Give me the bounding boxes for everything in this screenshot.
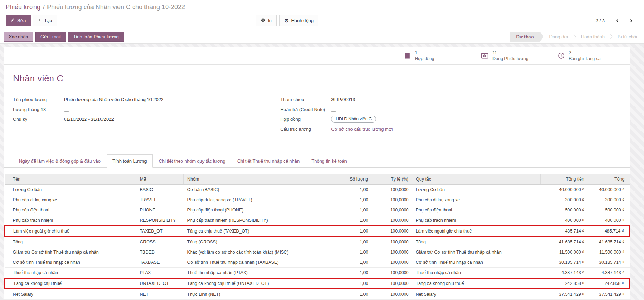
- column-header[interactable]: Tổng: [588, 174, 630, 185]
- table-cell: Tổng (GROSS): [184, 237, 335, 247]
- table-cell: BASIC: [136, 185, 184, 195]
- column-header[interactable]: Quy tắc: [412, 174, 541, 185]
- reference-field: SLIP/00013: [331, 97, 355, 102]
- table-row[interactable]: TổngGROSSTổng (GROSS)1,00100,0000Tổng41.…: [5, 237, 630, 247]
- payslip-lines-stat-button-text: 11Dòng Phiếu lương: [492, 50, 528, 62]
- stat-value: 2: [569, 50, 601, 56]
- salary-structure-field-row: Cấu trúc lươngCơ sở cho cấu trúc lương m…: [280, 124, 620, 134]
- overtime-stat-button[interactable]: 2Bản ghi Tăng ca: [553, 47, 630, 64]
- state-draft[interactable]: Dự thảo: [510, 32, 544, 42]
- salary-structure-field[interactable]: Cơ sở cho cấu trúc lương mới: [331, 126, 393, 132]
- table-cell: 400.000 ₫: [588, 215, 630, 226]
- tab-pit-details[interactable]: Chi tiết Thuế thu nhập cá nhân: [231, 154, 306, 168]
- column-header[interactable]: Nhóm: [184, 174, 335, 185]
- notebook-tabs: Ngày đã làm việc & đóng góp & đầu vàoTín…: [4, 154, 630, 168]
- table-cell: Lương Cơ bản: [412, 185, 541, 195]
- contract-stat-button[interactable]: 1Hợp đồng: [399, 47, 476, 64]
- action-button[interactable]: ⚙ Hành động: [279, 15, 318, 26]
- table-row[interactable]: Net SalaryNETThực Lĩnh (NET)1,00100,0000…: [5, 289, 630, 300]
- table-cell: Cơ sở tính Thuế thu nhập cá nhân (TAXBAS…: [184, 257, 335, 268]
- column-header[interactable]: Tổng tiền: [541, 174, 588, 185]
- tab-accounting[interactable]: Thông tin kế toán: [305, 154, 353, 168]
- table-row[interactable]: Giảm trừ Cơ sở tính Thuế thu nhập cá nhâ…: [5, 247, 630, 257]
- confirm-button[interactable]: Xác nhận: [4, 32, 33, 42]
- table-cell: Phụ cấp đi lại, xăng xe: [5, 195, 136, 205]
- table-row[interactable]: Làm việc ngoài giờ chịu thuếTAXED_OTTăng…: [5, 226, 630, 237]
- column-header[interactable]: Số lượng: [335, 174, 372, 185]
- period-field-row: Chu kỳ01/10/2022 - 31/10/2022: [13, 114, 280, 124]
- table-cell: PHONE: [136, 205, 184, 215]
- credit-note-checkbox-row: Hoàn trả (Credit Note): [280, 104, 620, 114]
- table-cell: TRAVEL: [136, 195, 184, 205]
- compute-payslip-button[interactable]: Tính toán Phiếu lương: [68, 32, 124, 42]
- table-cell: Cơ sở tính Thuế thu nhập cá nhân: [5, 257, 136, 268]
- table-cell: 485.714 ₫: [541, 226, 588, 237]
- tab-salary-computation[interactable]: Tính toán Lương: [107, 154, 153, 168]
- action-button-label: Hành động: [291, 18, 314, 23]
- stat-label: Dòng Phiếu lương: [492, 56, 528, 62]
- pager-previous-button[interactable]: [610, 15, 624, 26]
- table-row[interactable]: Phụ cấp trách nhiệmRESPONSIBILITYPhụ cấp…: [5, 215, 630, 226]
- print-button[interactable]: In: [256, 15, 277, 26]
- stat-label: Bản ghi Tăng ca: [569, 56, 601, 62]
- breadcrumb-parent-link[interactable]: Phiếu lương: [6, 4, 40, 11]
- payslip-lines-table: TênMãNhómSố lượngTỷ lệ (%)Quy tắcTổng ti…: [4, 174, 630, 299]
- record-title: Nhân viên C: [13, 73, 620, 84]
- table-cell: 400.000 ₫: [541, 215, 588, 226]
- contract-field-row: Hợp đồngHĐLĐ Nhân viên C: [280, 114, 620, 124]
- contract-stat-button-text: 1Hợp đồng: [415, 50, 434, 62]
- send-email-button[interactable]: Gửi Email: [35, 32, 66, 42]
- state-rejected[interactable]: Bị từ chối: [612, 32, 643, 42]
- state-waiting[interactable]: Đang đợi: [543, 32, 573, 42]
- table-cell: Tăng ca không chịu thuế (UNTAXED_OT): [184, 278, 335, 289]
- table-row[interactable]: Phụ cấp điện thoạiPHONEPhụ cấp điện thoạ…: [5, 205, 630, 215]
- edit-button[interactable]: Sửa: [6, 15, 31, 26]
- contract-field[interactable]: HĐLĐ Nhân viên C: [331, 116, 376, 123]
- table-row[interactable]: Cơ sở tính Thuế thu nhập cá nhânTAXBASEC…: [5, 257, 630, 268]
- table-cell: 37.541.429 ₫: [588, 289, 630, 300]
- table-cell: Khác (vd: làm cơ sở cho các tính toán kh…: [184, 247, 335, 257]
- table-cell: 1,00: [335, 247, 372, 257]
- tab-worked-days[interactable]: Ngày đã làm việc & đóng góp & đầu vào: [13, 154, 107, 168]
- pager-value: 3 / 3: [596, 18, 605, 24]
- table-cell: Net Salary: [412, 289, 541, 300]
- table-cell: GROSS: [136, 237, 184, 247]
- table-row[interactable]: Phụ cấp đi lại, xăng xeTRAVELPhụ cấp đi …: [5, 195, 630, 205]
- table-cell: 30.185.714 ₫: [541, 257, 588, 268]
- table-cell: 11.500.000 ₫: [541, 247, 588, 257]
- create-button-label: Tạo: [44, 18, 52, 23]
- table-cell: 1,00: [335, 195, 372, 205]
- table-cell: 242.858 ₫: [541, 278, 588, 289]
- pager-next-button[interactable]: [624, 15, 638, 26]
- table-row[interactable]: Tăng ca không chịu thuếUNTAXED_OTTăng ca…: [5, 278, 630, 289]
- credit-note-checkbox[interactable]: [331, 107, 336, 112]
- column-header[interactable]: Tỷ lệ (%): [372, 174, 412, 185]
- column-header[interactable]: Mã: [136, 174, 184, 185]
- tab-rule-group-details[interactable]: Chi tiết theo nhóm quy tắc lương: [153, 154, 231, 168]
- table-cell: 100,0000: [372, 257, 412, 268]
- table-cell: 41.685.714 ₫: [588, 237, 630, 247]
- column-header[interactable]: Tên: [5, 174, 136, 185]
- thirteenth-month-checkbox-row: Lương tháng 13: [13, 104, 280, 114]
- table-cell: 1,00: [335, 215, 372, 226]
- plus-icon: [38, 18, 42, 23]
- thirteenth-month-checkbox[interactable]: [64, 107, 69, 112]
- table-cell: PTAX: [136, 268, 184, 278]
- stat-value: 11: [492, 50, 528, 56]
- create-button[interactable]: Tạo: [33, 15, 57, 26]
- payslip-lines-stat-button[interactable]: 11Dòng Phiếu lương: [476, 47, 553, 64]
- table-row[interactable]: Lương Cơ bảnBASICCơ bản (BASIC)1,00100,0…: [5, 185, 630, 195]
- period-field: 01/10/2022 - 31/10/2022: [64, 117, 114, 122]
- table-cell: -4.387.143 ₫: [541, 268, 588, 278]
- table-row[interactable]: Thuế thu nhập cá nhânPTAXThuế thu nhập c…: [5, 268, 630, 278]
- table-cell: Cơ bản (BASIC): [184, 185, 335, 195]
- table-cell: TAXED_OT: [136, 226, 184, 237]
- table-cell: 100,0000: [372, 205, 412, 215]
- state-done[interactable]: Hoàn thành: [575, 32, 610, 42]
- table-cell: Phụ cấp trách nhiệm (RESPONSIBILITY): [184, 215, 335, 226]
- table-cell: Thuế thu nhập cá nhân: [412, 268, 541, 278]
- period-field-label: Chu kỳ: [13, 117, 64, 122]
- table-cell: 1,00: [335, 185, 372, 195]
- stat-label: Hợp đồng: [415, 56, 434, 62]
- table-cell: 100,0000: [372, 268, 412, 278]
